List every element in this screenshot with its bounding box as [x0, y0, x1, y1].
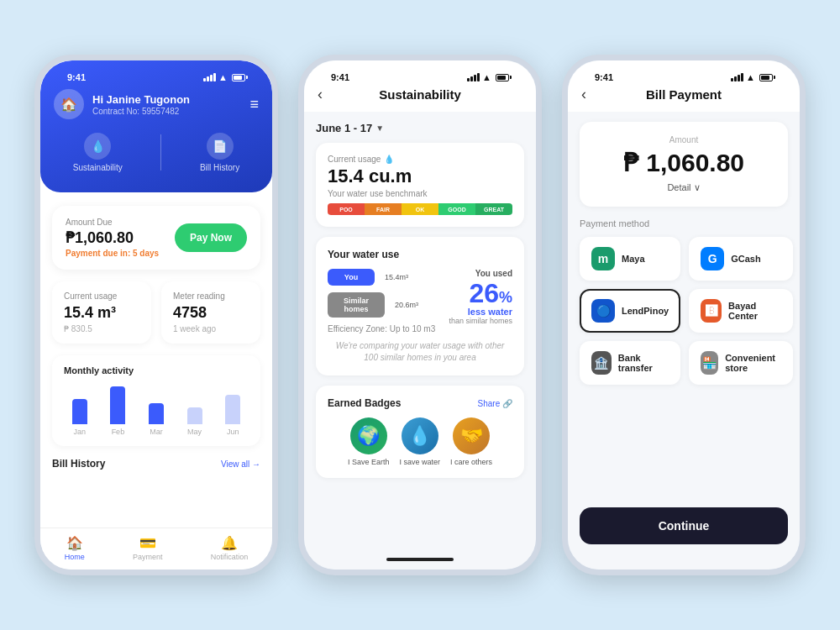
water-drop-icon: 💧	[384, 155, 394, 164]
usage-label: Current usage 💧	[328, 155, 512, 164]
home-icon: 🏠	[66, 535, 83, 551]
detail-link[interactable]: Detail ∨	[593, 182, 774, 193]
wifi-icon-2: ▲	[482, 72, 491, 82]
bar-mar-label: Mar	[150, 428, 163, 436]
badge-care-label: I care others	[450, 458, 492, 466]
sustainability-title: Sustainability	[379, 87, 461, 102]
status-icons-3: ▲	[731, 72, 773, 82]
phone-sustainability: 9:41 ▲ ‹ Sustainability June 1 - 17 ▼	[298, 55, 542, 575]
water-percent-box: You used 26% less water than similar hom…	[449, 269, 512, 325]
sustainability-label: Sustainability	[73, 163, 123, 172]
status-icons-2: ▲	[467, 72, 509, 82]
pay-now-button[interactable]: Pay Now	[175, 223, 247, 252]
nav-bill-history[interactable]: 📄 Bill History	[200, 133, 239, 172]
bottom-nav-payment[interactable]: 💳 Payment	[133, 535, 163, 561]
method-bank[interactable]: 🏦 Bank transfer	[580, 341, 680, 385]
than-similar-text: than similar homes	[449, 317, 512, 325]
phone-bill-payment: 9:41 ▲ ‹ Bill Payment Amount ₱ 1,060.80	[562, 55, 806, 575]
amount-due-value: ₱1,060.80	[66, 228, 159, 247]
method-lendpinoy[interactable]: 🔵 LendPinoy	[580, 289, 680, 333]
water-use-title: Your water use	[328, 249, 512, 260]
status-time-1: 9:41	[67, 72, 86, 82]
method-maya[interactable]: m Maya	[580, 237, 680, 281]
less-water-text: less water	[468, 307, 512, 317]
meter-label: Meter reading	[173, 291, 249, 301]
bar-jun: Jun	[217, 395, 249, 436]
maya-label: Maya	[622, 254, 645, 264]
sustainability-header: 9:41 ▲ ‹ Sustainability	[304, 60, 536, 112]
bottom-nav: 🏠 Home 💳 Payment 🔔 Notification	[40, 528, 272, 570]
badge-care-icon: 🤝	[453, 417, 490, 454]
back-button-3[interactable]: ‹	[581, 86, 586, 103]
method-gcash[interactable]: G GCash	[689, 237, 793, 281]
lendpinoy-icon: 🔵	[591, 299, 615, 323]
lendpinoy-label: LendPinoy	[622, 306, 669, 316]
view-all-link[interactable]: View all →	[221, 459, 260, 469]
detail-label-text: Detail ∨	[667, 182, 700, 193]
payment-icon: 💳	[139, 535, 156, 551]
store-icon: 🏪	[701, 351, 718, 375]
bar-mar-fill	[149, 403, 164, 424]
share-button[interactable]: Share 🔗	[478, 399, 512, 408]
method-bayad[interactable]: 🅱 Bayad Center	[689, 289, 793, 333]
method-store[interactable]: 🏪 Convenient store	[689, 341, 793, 385]
bill-payment-nav: ‹ Bill Payment	[581, 87, 786, 102]
status-bar-3: 9:41 ▲	[581, 67, 786, 84]
badge-care: 🤝 I care others	[450, 417, 492, 466]
continue-button[interactable]: Continue	[580, 507, 788, 544]
badge-water-label: I save water	[399, 458, 440, 466]
bill-history-label: Bill History	[200, 163, 239, 172]
status-time-3: 9:41	[595, 72, 613, 82]
header-nav: 💧 Sustainability 📄 Bill History	[54, 133, 259, 172]
user-name: Hi Janine Tugonon	[92, 93, 190, 106]
sustainability-icon: 💧	[84, 133, 111, 160]
bar-jan-fill	[72, 399, 87, 424]
user-details: Hi Janine Tugonon Contract No: 59557482	[92, 93, 190, 116]
current-usage-text: Current usage	[328, 155, 381, 164]
bar-may-fill	[187, 407, 202, 424]
current-usage-card: Current usage 15.4 m³ ₱ 830.5	[52, 281, 151, 344]
gcash-label: GCash	[731, 254, 760, 264]
monthly-bars: Jan Feb Mar May	[64, 386, 249, 436]
badges-header: Earned Badges Share 🔗	[328, 397, 512, 409]
bars-container: You 15.4m³ Similar homes 20.6m³ Efficien…	[328, 269, 442, 333]
payment-nav-label: Payment	[133, 553, 163, 561]
bar-feb-label: Feb	[112, 428, 125, 436]
similar-bar-row: Similar homes 20.6m³	[328, 292, 442, 318]
stats-row: Current usage 15.4 m³ ₱ 830.5 Meter read…	[52, 281, 260, 344]
you-bar-label: You	[328, 269, 375, 286]
badges-title: Earned Badges	[328, 397, 401, 409]
nav-sustainability[interactable]: 💧 Sustainability	[73, 133, 123, 172]
back-button[interactable]: ‹	[318, 86, 323, 103]
wifi-icon: ▲	[218, 72, 228, 82]
bayad-icon: 🅱	[701, 299, 722, 323]
menu-icon[interactable]: ≡	[249, 96, 259, 113]
badges-row: 🌍 I Save Earth 💧 I save water 🤝 I care o…	[328, 417, 512, 466]
due-info: Amount Due ₱1,060.80 Payment due in: 5 d…	[66, 218, 159, 258]
bar-may-label: May	[187, 428, 202, 436]
badge-water-icon: 💧	[402, 417, 438, 454]
user-info: 🏠 Hi Janine Tugonon Contract No: 5955748…	[54, 89, 190, 119]
payment-methods-grid: m Maya G GCash 🔵 LendPinoy 🅱 Bayad Cente…	[580, 237, 788, 385]
bar-feb: Feb	[102, 386, 134, 436]
bm-good: GOOD	[438, 203, 475, 215]
benchmark-label: Your water use benchmark	[328, 189, 512, 198]
date-range-row[interactable]: June 1 - 17 ▼	[316, 122, 524, 134]
bank-icon: 🏦	[591, 351, 612, 375]
bar-jun-fill	[225, 395, 240, 424]
user-row: 🏠 Hi Janine Tugonon Contract No: 5955748…	[54, 89, 259, 119]
gcash-icon: G	[701, 247, 724, 270]
bottom-nav-notification[interactable]: 🔔 Notification	[211, 535, 249, 561]
amount-due-label: Amount Due	[66, 218, 159, 227]
amount-due-card: Amount Due ₱1,060.80 Payment due in: 5 d…	[52, 206, 260, 270]
benchmark-bar: POO FAIR OK GOOD GREAT	[328, 203, 512, 215]
sustainability-body: June 1 - 17 ▼ Current usage 💧 15.4 cu.m …	[304, 112, 536, 545]
bar-jan: Jan	[64, 399, 96, 436]
current-usage-value: 15.4 m³	[64, 304, 139, 322]
bottom-nav-home[interactable]: 🏠 Home	[65, 535, 85, 561]
phone-home: 9:41 ▲ 🏠 Hi Janine Tugonon Contract No: …	[34, 55, 278, 575]
date-chevron-icon: ▼	[375, 123, 384, 133]
avatar: 🏠	[54, 89, 84, 119]
bar-feb-fill	[110, 386, 125, 424]
badge-earth: 🌍 I Save Earth	[348, 417, 390, 466]
